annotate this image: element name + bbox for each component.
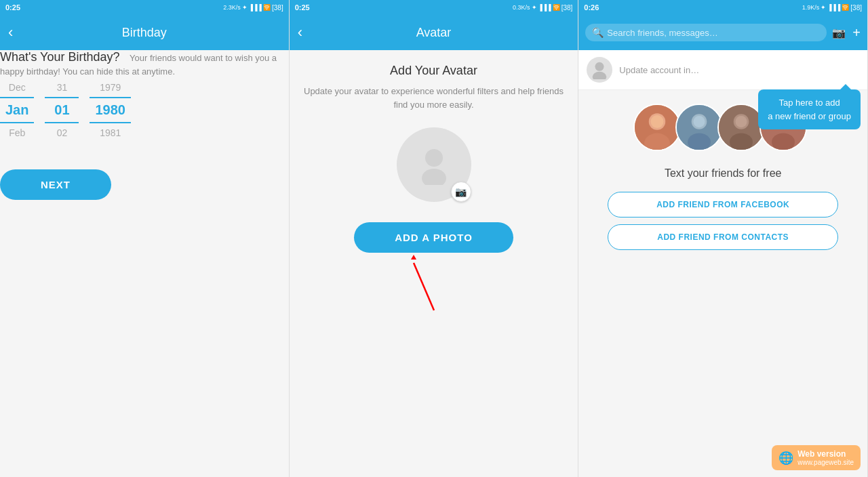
back-button-2[interactable]: ‹ xyxy=(298,25,302,40)
panel3-content: Update account in… Tap here to add a new… xyxy=(578,50,867,477)
svg-point-5 xyxy=(593,72,607,79)
date-picker[interactable]: Dec Jan Feb 31 01 02 1979 1980 1981 xyxy=(0,78,289,142)
wifi-3: 🛜 xyxy=(842,4,849,11)
month-selected[interactable]: Jan xyxy=(0,97,34,123)
friends-panel: 0:26 1.9K/s ✦ ▐▐▐ 🛜 [38] 🔍 Search friend… xyxy=(578,0,868,477)
year-selected[interactable]: 1980 xyxy=(90,97,131,123)
month-next: Feb xyxy=(0,123,34,142)
friend-photo-boy1 xyxy=(675,104,723,151)
avatar-content: Add Your Avatar Update your avatar to ex… xyxy=(290,50,578,477)
tooltip-line2: a new friend or group xyxy=(768,111,851,121)
birthday-main-title: What's Your Birthday? xyxy=(0,50,120,64)
add-photo-button[interactable]: ADD A PHOTO xyxy=(354,222,513,253)
tooltip-line1: Tap here to add xyxy=(778,98,840,108)
avatar-panel: 0:25 0.3K/s ✦ ▐▐▐ 🛜 [38] ‹ Avatar Add Yo… xyxy=(290,0,579,477)
bt-3: ✦ xyxy=(821,4,826,11)
avatar-circle-wrapper: 📷 xyxy=(397,127,471,202)
svg-point-9 xyxy=(651,115,664,128)
svg-point-1 xyxy=(422,169,446,185)
camera-search-icon[interactable]: 📷 xyxy=(832,26,846,39)
svg-point-20 xyxy=(772,133,795,150)
search-right-icons: 📷 + xyxy=(832,25,861,41)
speed-indicator-1: 2.3K/s xyxy=(223,4,241,11)
speed-2: 0.3K/s xyxy=(513,4,530,11)
update-account-text: Update account in… xyxy=(619,65,699,75)
avatar-header: ‹ Avatar xyxy=(290,15,578,50)
search-input-wrapper[interactable]: 🔍 Search friends, messages… xyxy=(585,24,827,41)
year-next: 1981 xyxy=(94,123,127,142)
friend-girl-silhouette xyxy=(635,104,679,151)
wifi-2: 🛜 xyxy=(553,4,560,11)
avatar-subtitle: Update your avatar to experience wonderf… xyxy=(303,85,565,111)
signal-3: ▐▐▐ xyxy=(827,4,840,11)
svg-point-17 xyxy=(736,116,747,127)
bt-2: ✦ xyxy=(532,4,537,11)
status-bar-3: 0:26 1.9K/s ✦ ▐▐▐ 🛜 [38] xyxy=(578,0,867,15)
svg-point-4 xyxy=(595,62,604,71)
status-icons-3: 1.9K/s ✦ ▐▐▐ 🛜 [38] xyxy=(802,4,862,12)
status-icons-2: 0.3K/s ✦ ▐▐▐ 🛜 [38] xyxy=(513,4,572,12)
status-bar-1: 0:25 2.3K/s ✦ ▐▐▐ 🛜 [38] xyxy=(0,0,289,15)
camera-button[interactable]: 📷 xyxy=(451,182,471,202)
wifi-icon-1: 🛜 xyxy=(263,4,271,11)
month-prev: Dec xyxy=(0,78,34,97)
search-placeholder-text[interactable]: Search friends, messages… xyxy=(607,28,717,38)
web-version-text: Web version www.pageweb.site xyxy=(797,449,854,466)
avatar-main-title: Add Your Avatar xyxy=(390,64,477,78)
add-facebook-button[interactable]: ADD FRIEND FROM FACEBOOK xyxy=(608,192,839,217)
add-icon[interactable]: + xyxy=(852,25,861,41)
birthday-panel: 0:25 2.3K/s ✦ ▐▐▐ 🛜 [38] ‹ Birthday What… xyxy=(0,0,290,477)
status-bar-2: 0:25 0.3K/s ✦ ▐▐▐ 🛜 [38] xyxy=(290,0,578,15)
account-person-icon xyxy=(590,60,609,79)
friend-photo-girl xyxy=(633,104,681,151)
birthday-header: ‹ Birthday xyxy=(0,15,289,50)
person-silhouette-icon xyxy=(414,144,454,185)
tooltip-bubble: Tap here to add a new friend or group xyxy=(758,89,861,129)
bluetooth-icon: ✦ xyxy=(242,4,248,11)
day-selected[interactable]: 01 xyxy=(45,97,79,123)
search-icon: 🔍 xyxy=(592,27,604,38)
avatar-title-header: Avatar xyxy=(416,26,452,40)
day-column[interactable]: 31 01 02 xyxy=(45,78,79,142)
friend-boy2-silhouette xyxy=(719,104,764,151)
camera-icon: 📷 xyxy=(455,186,467,197)
web-version-badge: 🌐 Web version www.pageweb.site xyxy=(772,445,861,470)
svg-marker-3 xyxy=(411,255,416,260)
svg-point-16 xyxy=(730,133,753,150)
status-time-1: 0:25 xyxy=(5,3,20,12)
status-icons-1: 2.3K/s ✦ ▐▐▐ 🛜 [38] xyxy=(223,4,283,12)
back-button-1[interactable]: ‹ xyxy=(8,25,13,40)
svg-point-0 xyxy=(425,149,443,167)
speed-3: 1.9K/s xyxy=(802,4,820,11)
status-time-3: 0:26 xyxy=(584,3,599,12)
friends-cta-section: Text your friends for free ADD FRIEND FR… xyxy=(578,158,867,257)
battery-icon-1: [38] xyxy=(272,4,283,12)
friends-free-tagline: Text your friends for free xyxy=(665,167,782,180)
signal-icon-1: ▐▐▐ xyxy=(249,4,262,11)
add-contacts-button[interactable]: ADD FRIEND FROM CONTACTS xyxy=(608,224,839,250)
year-column[interactable]: 1979 1980 1981 xyxy=(90,78,131,142)
update-account-row[interactable]: Update account in… xyxy=(578,50,867,90)
search-bar[interactable]: 🔍 Search friends, messages… 📷 + xyxy=(578,15,867,50)
red-arrow-annotation xyxy=(393,253,475,314)
friend-boy1-silhouette xyxy=(677,104,722,151)
globe-icon: 🌐 xyxy=(778,451,793,465)
battery-3: [38] xyxy=(850,4,862,12)
signal-2: ▐▐▐ xyxy=(538,4,551,11)
year-prev: 1979 xyxy=(94,78,127,97)
battery-2: [38] xyxy=(561,4,573,12)
arrow-area xyxy=(303,253,565,314)
month-column[interactable]: Dec Jan Feb xyxy=(0,78,34,142)
web-version-url: www.pageweb.site xyxy=(797,459,854,466)
web-version-title: Web version xyxy=(797,449,854,459)
account-avatar xyxy=(587,57,612,83)
birthday-content: What's Your Birthday? Your friends would… xyxy=(0,50,289,200)
day-next: 02 xyxy=(45,123,79,142)
svg-point-12 xyxy=(688,133,711,150)
status-time-2: 0:25 xyxy=(295,3,310,12)
next-button[interactable]: NEXT xyxy=(0,169,111,200)
day-prev: 31 xyxy=(45,78,79,97)
birthday-title-header: Birthday xyxy=(122,26,167,40)
svg-point-13 xyxy=(694,116,705,127)
svg-line-2 xyxy=(414,263,434,310)
